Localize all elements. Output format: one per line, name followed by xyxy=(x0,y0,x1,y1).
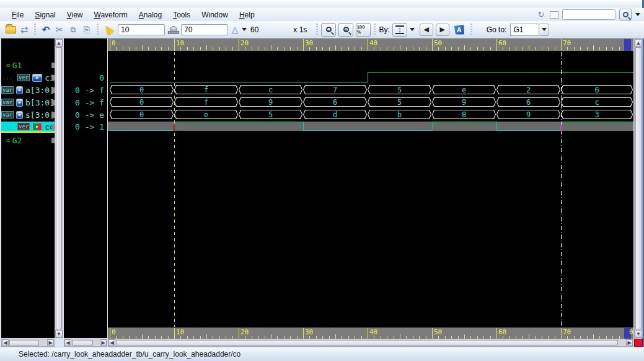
menu-waveform[interactable]: Waveform xyxy=(89,9,133,20)
menu-tools[interactable]: Tools xyxy=(167,9,196,20)
signal-row-a30[interactable]: var▸a[3:0] xyxy=(1,85,55,95)
signal-row-ci[interactable]: ...ver▸ci xyxy=(1,73,55,82)
scroll-up-icon[interactable]: ▲ xyxy=(55,39,63,47)
paste-icon[interactable]: ⎘ xyxy=(80,24,94,36)
ruler-tick xyxy=(612,47,613,50)
ruler-tick xyxy=(309,47,310,50)
input-port-icon: ▸ xyxy=(16,86,23,94)
bus-value: 7 xyxy=(303,85,367,94)
scrollbar-thumb[interactable] xyxy=(9,340,39,345)
group-icon: = xyxy=(6,136,10,145)
scroll-right-icon[interactable]: ▶ xyxy=(626,339,633,346)
menu-view[interactable]: View xyxy=(61,9,89,20)
menu-analog[interactable]: Analog xyxy=(133,9,167,20)
analog-icon[interactable]: A xyxy=(454,25,464,35)
refresh-icon[interactable]: ↻ xyxy=(536,10,546,20)
status-bar: Selected: /carry_look_aheadadder_tb/u_ca… xyxy=(0,347,644,361)
ruler-tick xyxy=(161,47,162,50)
scrollbar-thumb[interactable] xyxy=(56,47,62,329)
bus-segment-a: 5 xyxy=(368,85,431,94)
copy-icon[interactable]: ⧉ xyxy=(66,24,80,36)
co-port-icon: ▸ xyxy=(32,123,42,131)
marker-time-input[interactable] xyxy=(181,24,228,35)
ruler-tick xyxy=(116,47,117,50)
cut-icon[interactable]: ✂ xyxy=(53,24,66,36)
search-input[interactable] xyxy=(562,9,615,20)
selected-signal-band xyxy=(108,122,633,131)
ruler-tick xyxy=(400,45,400,50)
names-vertical-scrollbar[interactable]: ▲ ▼ xyxy=(55,38,63,338)
waveform-window[interactable]: 010203040506070 0fc75e260f96596c0e5db893… xyxy=(108,38,633,338)
menu-signal[interactable]: Signal xyxy=(29,9,61,20)
time-ruler-bottom[interactable]: 0102030405060700 xyxy=(108,327,633,340)
ruler-tick xyxy=(561,39,562,51)
group-row-G1[interactable]: =G1 xyxy=(1,60,55,70)
time-cursor[interactable] xyxy=(561,52,562,327)
menu-file[interactable]: File xyxy=(6,9,29,20)
ruler-tick xyxy=(348,47,349,50)
search-by-dropdown-icon[interactable] xyxy=(410,28,415,31)
ruler-label: 20 xyxy=(240,39,249,47)
bus-segment-b: 5 xyxy=(368,97,431,107)
menu-help[interactable]: Help xyxy=(234,9,260,20)
bus-value: 5 xyxy=(368,97,431,107)
scroll-left-icon[interactable]: ◀ xyxy=(108,339,115,346)
goto-dropdown-icon[interactable] xyxy=(539,24,549,36)
bus-segment-a: 0 xyxy=(110,85,174,94)
scroll-right-icon[interactable]: ▶ xyxy=(47,339,54,346)
waveform-horizontal-scrollbar[interactable]: ◀ ▶ xyxy=(108,339,633,347)
scroll-up-icon[interactable]: ▲ xyxy=(635,39,642,47)
scroll-left-icon[interactable]: ◀ xyxy=(64,339,71,346)
waveform-canvas[interactable]: 0fc75e260f96596c0e5db893 xyxy=(108,52,633,327)
new-window-icon[interactable] xyxy=(550,11,558,19)
signal-row-b30[interactable]: var▸b[3:0] xyxy=(1,97,55,107)
time-cursor[interactable] xyxy=(174,52,175,327)
undo-icon[interactable]: ↶ xyxy=(39,24,53,36)
toolbar-separator xyxy=(373,24,377,36)
signal-names-panel[interactable]: =G1...ver▸civar▸a[3:0]var▸b[3:0]var▸s[3:… xyxy=(1,38,55,338)
names-horizontal-scrollbar[interactable]: ◀ ▶ xyxy=(1,339,55,347)
ruler-tick xyxy=(574,47,575,50)
ruler-tick xyxy=(368,39,368,51)
group-row-G2[interactable]: =G2 xyxy=(1,135,55,145)
scroll-down-icon[interactable]: ▼ xyxy=(635,330,642,337)
goto-combobox[interactable]: G1 xyxy=(510,24,549,36)
search-backward-button[interactable]: ◀ xyxy=(420,24,433,36)
goto-value: G1 xyxy=(510,24,539,36)
ruler-tick xyxy=(619,47,620,50)
search-forward-button[interactable]: ▶ xyxy=(436,24,449,36)
delta-icon[interactable]: △ xyxy=(228,24,242,36)
marker-tool-icon[interactable] xyxy=(166,24,180,36)
ruler-tick xyxy=(252,47,252,50)
bus-segment-b: 0 xyxy=(110,97,174,107)
signal-values-panel[interactable]: 00 -> f0 -> f0 -> e0 -> 1 xyxy=(64,38,107,338)
search-button[interactable] xyxy=(619,9,632,20)
zoom-out-button[interactable]: − xyxy=(321,23,336,37)
time-ruler-top[interactable]: 010203040506070 xyxy=(108,38,633,51)
search-dropdown-icon[interactable] xyxy=(635,13,640,16)
ruler-tick xyxy=(548,47,549,50)
search-by-button[interactable]: ↕ xyxy=(392,23,407,37)
select-pointer-icon[interactable] xyxy=(102,24,115,36)
scroll-down-icon[interactable]: ▼ xyxy=(55,330,63,337)
open-file-icon[interactable] xyxy=(4,24,17,36)
get-signals-icon[interactable]: ⇄ xyxy=(17,24,31,36)
zoom-in-button[interactable]: + xyxy=(338,23,353,37)
wave-edge xyxy=(303,122,304,131)
ruler-tick xyxy=(110,39,110,51)
waveform-vertical-scrollbar[interactable]: ▲ ▼ xyxy=(634,38,643,338)
signal-row-co[interactable]: ...ver▸co xyxy=(1,122,55,131)
menu-window[interactable]: Window xyxy=(196,9,234,20)
ruler-tick xyxy=(529,45,529,50)
signal-row-s30[interactable]: var▸s[3:0] xyxy=(1,110,55,120)
values-horizontal-scrollbar[interactable]: ◀ ▶ xyxy=(64,339,107,347)
scrollbar-thumb[interactable] xyxy=(635,47,642,329)
scroll-right-icon[interactable]: ▶ xyxy=(100,339,107,346)
bus-value: 6 xyxy=(561,85,633,94)
scrollbar-thumb[interactable] xyxy=(72,340,93,345)
scrollbar-thumb[interactable] xyxy=(116,340,618,345)
scroll-left-icon[interactable]: ◀ xyxy=(2,339,9,346)
zoom-full-button[interactable]: 100 % xyxy=(356,23,371,37)
cursor-time-input[interactable] xyxy=(118,24,165,35)
delta-dropdown-icon[interactable] xyxy=(242,28,247,31)
